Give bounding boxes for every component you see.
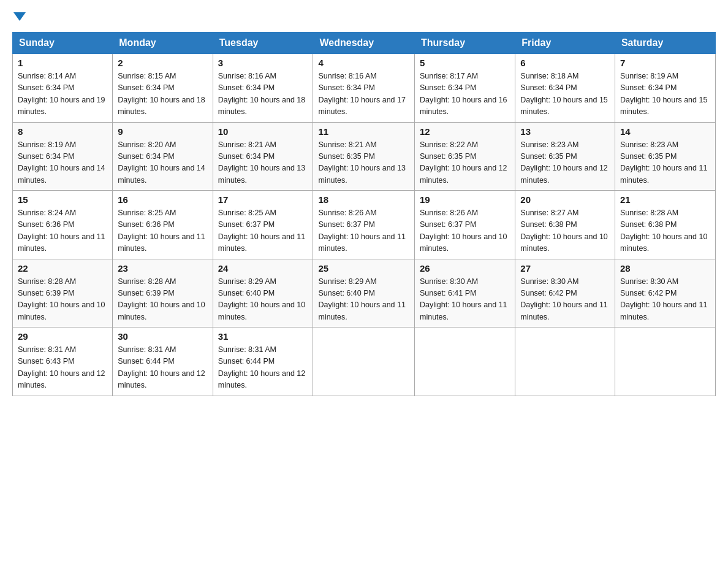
day-info: Sunrise: 8:22 AMSunset: 6:35 PMDaylight:… — [420, 139, 510, 187]
day-info: Sunrise: 8:28 AMSunset: 6:38 PMDaylight:… — [620, 207, 710, 255]
day-number: 11 — [318, 126, 409, 137]
day-number: 2 — [118, 58, 207, 68]
calendar-cell: 25Sunrise: 8:29 AMSunset: 6:40 PMDayligh… — [313, 259, 415, 327]
day-info: Sunrise: 8:30 AMSunset: 6:42 PMDaylight:… — [620, 276, 710, 324]
day-number: 28 — [620, 263, 710, 274]
page-header — [12, 12, 716, 21]
day-info: Sunrise: 8:29 AMSunset: 6:40 PMDaylight:… — [218, 276, 308, 324]
calendar-cell — [313, 327, 415, 396]
calendar-cell: 30Sunrise: 8:31 AMSunset: 6:44 PMDayligh… — [113, 327, 213, 396]
day-info: Sunrise: 8:16 AMSunset: 6:34 PMDaylight:… — [318, 71, 409, 118]
calendar-cell: 2Sunrise: 8:15 AMSunset: 6:34 PMDaylight… — [113, 54, 213, 123]
day-number: 31 — [218, 331, 308, 342]
calendar-cell: 15Sunrise: 8:24 AMSunset: 6:36 PMDayligh… — [13, 191, 113, 259]
calendar-cell: 23Sunrise: 8:28 AMSunset: 6:39 PMDayligh… — [113, 259, 213, 327]
day-number: 25 — [318, 263, 409, 274]
calendar-cell: 26Sunrise: 8:30 AMSunset: 6:41 PMDayligh… — [415, 259, 515, 327]
header-sunday: Sunday — [13, 33, 113, 54]
day-info: Sunrise: 8:27 AMSunset: 6:38 PMDaylight:… — [520, 207, 610, 255]
day-number: 10 — [218, 126, 308, 137]
day-info: Sunrise: 8:14 AMSunset: 6:34 PMDaylight:… — [18, 71, 107, 118]
calendar-cell: 9Sunrise: 8:20 AMSunset: 6:34 PMDaylight… — [113, 122, 213, 191]
calendar-cell: 7Sunrise: 8:19 AMSunset: 6:34 PMDaylight… — [615, 54, 715, 123]
calendar-cell: 29Sunrise: 8:31 AMSunset: 6:43 PMDayligh… — [13, 327, 113, 396]
calendar-cell: 17Sunrise: 8:25 AMSunset: 6:37 PMDayligh… — [213, 191, 313, 259]
calendar-cell: 13Sunrise: 8:23 AMSunset: 6:35 PMDayligh… — [515, 122, 615, 191]
calendar-cell: 24Sunrise: 8:29 AMSunset: 6:40 PMDayligh… — [213, 259, 313, 327]
calendar-cell: 21Sunrise: 8:28 AMSunset: 6:38 PMDayligh… — [615, 191, 715, 259]
day-number: 24 — [218, 263, 308, 274]
day-info: Sunrise: 8:31 AMSunset: 6:44 PMDaylight:… — [118, 344, 207, 392]
day-number: 26 — [420, 263, 510, 274]
day-info: Sunrise: 8:31 AMSunset: 6:43 PMDaylight:… — [18, 344, 107, 392]
calendar-cell: 4Sunrise: 8:16 AMSunset: 6:34 PMDaylight… — [313, 54, 415, 123]
day-number: 18 — [318, 194, 409, 205]
calendar-cell: 31Sunrise: 8:31 AMSunset: 6:44 PMDayligh… — [213, 327, 313, 396]
calendar-cell: 10Sunrise: 8:21 AMSunset: 6:34 PMDayligh… — [213, 122, 313, 191]
day-number: 14 — [620, 126, 710, 137]
calendar-cell: 16Sunrise: 8:25 AMSunset: 6:36 PMDayligh… — [113, 191, 213, 259]
header-thursday: Thursday — [415, 33, 515, 54]
day-number: 30 — [118, 331, 207, 342]
day-info: Sunrise: 8:19 AMSunset: 6:34 PMDaylight:… — [620, 71, 710, 118]
day-info: Sunrise: 8:24 AMSunset: 6:36 PMDaylight:… — [18, 207, 107, 255]
calendar-cell: 14Sunrise: 8:23 AMSunset: 6:35 PMDayligh… — [615, 122, 715, 191]
day-info: Sunrise: 8:23 AMSunset: 6:35 PMDaylight:… — [520, 139, 610, 187]
calendar-cell: 28Sunrise: 8:30 AMSunset: 6:42 PMDayligh… — [615, 259, 715, 327]
day-info: Sunrise: 8:16 AMSunset: 6:34 PMDaylight:… — [218, 71, 308, 118]
day-number: 21 — [620, 194, 710, 205]
day-info: Sunrise: 8:17 AMSunset: 6:34 PMDaylight:… — [420, 71, 510, 118]
day-number: 22 — [18, 263, 107, 274]
calendar-cell: 8Sunrise: 8:19 AMSunset: 6:34 PMDaylight… — [13, 122, 113, 191]
day-number: 29 — [18, 331, 107, 342]
day-info: Sunrise: 8:21 AMSunset: 6:34 PMDaylight:… — [218, 139, 308, 187]
calendar-cell: 22Sunrise: 8:28 AMSunset: 6:39 PMDayligh… — [13, 259, 113, 327]
calendar-cell: 3Sunrise: 8:16 AMSunset: 6:34 PMDaylight… — [213, 54, 313, 123]
header-saturday: Saturday — [615, 33, 715, 54]
day-info: Sunrise: 8:28 AMSunset: 6:39 PMDaylight:… — [118, 276, 207, 324]
calendar-cell: 6Sunrise: 8:18 AMSunset: 6:34 PMDaylight… — [515, 54, 615, 123]
calendar-week-row: 1Sunrise: 8:14 AMSunset: 6:34 PMDaylight… — [13, 54, 716, 123]
header-wednesday: Wednesday — [313, 33, 415, 54]
day-info: Sunrise: 8:26 AMSunset: 6:37 PMDaylight:… — [318, 207, 409, 255]
day-number: 17 — [218, 194, 308, 205]
calendar-cell: 20Sunrise: 8:27 AMSunset: 6:38 PMDayligh… — [515, 191, 615, 259]
day-number: 6 — [520, 58, 610, 68]
day-info: Sunrise: 8:20 AMSunset: 6:34 PMDaylight:… — [118, 139, 207, 187]
day-info: Sunrise: 8:28 AMSunset: 6:39 PMDaylight:… — [18, 276, 107, 324]
day-number: 5 — [420, 58, 510, 68]
day-number: 1 — [18, 58, 107, 68]
calendar-cell — [415, 327, 515, 396]
day-number: 9 — [118, 126, 207, 137]
calendar-cell — [515, 327, 615, 396]
day-number: 12 — [420, 126, 510, 137]
header-friday: Friday — [515, 33, 615, 54]
day-info: Sunrise: 8:30 AMSunset: 6:41 PMDaylight:… — [420, 276, 510, 324]
day-info: Sunrise: 8:26 AMSunset: 6:37 PMDaylight:… — [420, 207, 510, 255]
logo-triangle-icon — [13, 12, 26, 21]
calendar-week-row: 22Sunrise: 8:28 AMSunset: 6:39 PMDayligh… — [13, 259, 716, 327]
calendar-cell: 1Sunrise: 8:14 AMSunset: 6:34 PMDaylight… — [13, 54, 113, 123]
calendar-cell: 12Sunrise: 8:22 AMSunset: 6:35 PMDayligh… — [415, 122, 515, 191]
day-info: Sunrise: 8:30 AMSunset: 6:42 PMDaylight:… — [520, 276, 610, 324]
day-info: Sunrise: 8:23 AMSunset: 6:35 PMDaylight:… — [620, 139, 710, 187]
day-number: 3 — [218, 58, 308, 68]
calendar-table: SundayMondayTuesdayWednesdayThursdayFrid… — [12, 32, 716, 396]
day-number: 23 — [118, 263, 207, 274]
day-info: Sunrise: 8:25 AMSunset: 6:36 PMDaylight:… — [118, 207, 207, 255]
day-info: Sunrise: 8:29 AMSunset: 6:40 PMDaylight:… — [318, 276, 409, 324]
calendar-week-row: 29Sunrise: 8:31 AMSunset: 6:43 PMDayligh… — [13, 327, 716, 396]
header-monday: Monday — [113, 33, 213, 54]
day-info: Sunrise: 8:31 AMSunset: 6:44 PMDaylight:… — [218, 344, 308, 392]
calendar-cell: 11Sunrise: 8:21 AMSunset: 6:35 PMDayligh… — [313, 122, 415, 191]
day-number: 15 — [18, 194, 107, 205]
day-number: 7 — [620, 58, 710, 68]
calendar-cell: 5Sunrise: 8:17 AMSunset: 6:34 PMDaylight… — [415, 54, 515, 123]
logo — [12, 12, 26, 21]
day-info: Sunrise: 8:15 AMSunset: 6:34 PMDaylight:… — [118, 71, 207, 118]
day-number: 13 — [520, 126, 610, 137]
calendar-cell — [615, 327, 715, 396]
calendar-week-row: 15Sunrise: 8:24 AMSunset: 6:36 PMDayligh… — [13, 191, 716, 259]
day-info: Sunrise: 8:25 AMSunset: 6:37 PMDaylight:… — [218, 207, 308, 255]
logo-line1 — [12, 12, 26, 21]
